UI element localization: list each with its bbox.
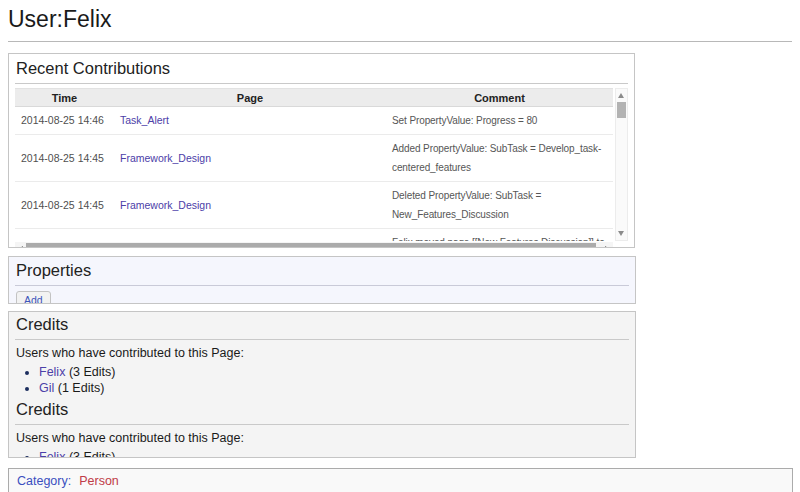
category-person-link[interactable]: Person — [79, 474, 119, 488]
user-link[interactable]: Felix — [39, 450, 65, 458]
column-header-time: Time — [15, 89, 114, 107]
table-row: 2014-08-25 14:45 Develop_task-centered_f… — [15, 229, 613, 242]
credits-intro: Users who have contributed to this Page: — [16, 346, 629, 360]
list-item: Gil (1 Edits) — [39, 380, 629, 396]
list-item: Felix (3 Edits) — [39, 364, 629, 380]
contribution-time: 2014-08-25 14:45 — [15, 135, 114, 182]
contribution-time: 2014-08-25 14:46 — [15, 107, 114, 135]
page-link[interactable]: Task_Alert — [120, 114, 169, 126]
properties-section: Properties Add — [8, 256, 636, 304]
recent-contributions-section: Recent Contributions Time Page Comment 2… — [8, 53, 635, 248]
contribution-comment: Felix moved page [[New Features Discussi… — [386, 229, 613, 242]
credits-intro: Users who have contributed to this Page: — [16, 431, 629, 445]
table-header-row: Time Page Comment — [15, 89, 613, 107]
scroll-right-icon[interactable] — [605, 246, 610, 249]
scroll-down-icon[interactable] — [618, 231, 624, 236]
table-row: 2014-08-25 14:45 Framework_Design Added … — [15, 135, 613, 182]
recent-contributions-table-area: Time Page Comment 2014-08-25 14:46 Task_… — [15, 88, 628, 241]
credits-user-list: Felix (3 Edits) Gil (1 Edits) — [15, 364, 629, 396]
page-link[interactable]: Framework_Design — [120, 152, 211, 164]
credits-heading: Credits — [15, 313, 629, 340]
contribution-time: 2014-08-25 14:45 — [15, 229, 114, 242]
scroll-left-icon[interactable] — [18, 246, 23, 249]
page-title: User:Felix — [8, 6, 792, 42]
list-item: Felix (3 Edits) — [39, 449, 629, 458]
recent-contributions-heading: Recent Contributions — [15, 57, 628, 84]
user-link[interactable]: Felix — [39, 365, 65, 379]
recent-contributions-scroll-viewport[interactable]: Time Page Comment 2014-08-25 14:46 Task_… — [15, 88, 613, 241]
contribution-comment: Deleted PropertyValue: SubTask = New_Fea… — [386, 182, 613, 229]
contribution-comment: Added PropertyValue: SubTask = Develop_t… — [386, 135, 613, 182]
credits-user-list: Felix (3 Edits) Gil (1 Edits) — [15, 449, 629, 458]
category-label-link[interactable]: Category: — [17, 474, 71, 488]
edit-count: (3 Edits) — [69, 365, 116, 379]
table-vertical-scrollbar[interactable] — [615, 88, 628, 241]
category-bar: Category:Person — [8, 468, 793, 492]
credits-heading: Credits — [15, 398, 629, 425]
table-row: 2014-08-25 14:45 Framework_Design Delete… — [15, 182, 613, 229]
add-property-button[interactable]: Add — [16, 291, 51, 304]
table-row: 2014-08-25 14:46 Task_Alert Set Property… — [15, 107, 613, 135]
column-header-comment: Comment — [386, 89, 613, 107]
credits-section: Credits Users who have contributed to th… — [8, 311, 636, 458]
scroll-up-icon[interactable] — [618, 93, 624, 98]
user-link[interactable]: Gil — [39, 381, 54, 395]
table-horizontal-scrollbar[interactable] — [15, 242, 613, 248]
page-link[interactable]: Framework_Design — [120, 199, 211, 211]
vertical-scrollbar-thumb[interactable] — [617, 102, 626, 118]
recent-contributions-table: Time Page Comment 2014-08-25 14:46 Task_… — [15, 88, 613, 241]
contribution-comment: Set PropertyValue: Progress = 80 — [386, 107, 613, 135]
contribution-time: 2014-08-25 14:45 — [15, 182, 114, 229]
horizontal-scrollbar-thumb[interactable] — [26, 243, 596, 248]
edit-count: (3 Edits) — [69, 450, 116, 458]
edit-count: (1 Edits) — [58, 381, 105, 395]
properties-heading: Properties — [15, 259, 629, 286]
column-header-page: Page — [114, 89, 386, 107]
